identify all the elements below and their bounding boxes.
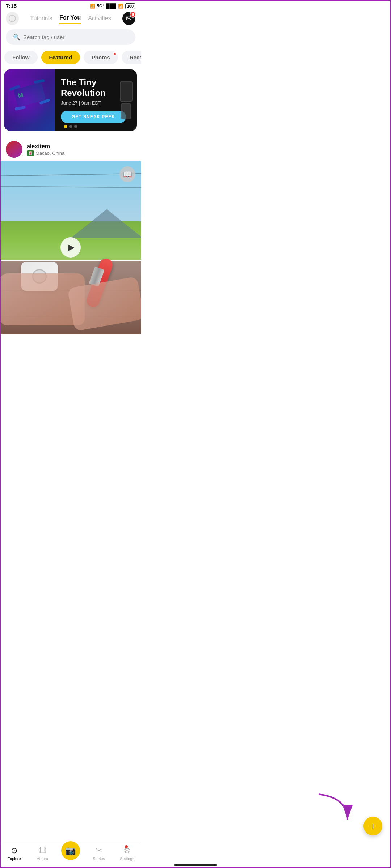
post-location: 🀄 Macao, China: [27, 150, 135, 156]
status-time: 7:15: [6, 3, 17, 9]
post-username[interactable]: alexitem: [27, 143, 135, 150]
tab-for-you[interactable]: For You: [59, 13, 81, 24]
photos-notification-dot: [113, 52, 117, 56]
banner-content: The Tiny Revolution June 27 | 9am EDT GE…: [55, 69, 137, 131]
filter-tab-photos[interactable]: Photos: [84, 51, 118, 64]
filter-tab-featured[interactable]: Featured: [41, 51, 80, 64]
bookmark-button[interactable]: 📖: [119, 166, 135, 182]
search-icon: 🔍: [13, 34, 20, 41]
banner-dot-1: [64, 125, 67, 128]
signal-icon: ▉▉▉: [106, 4, 116, 9]
notification-badge: 8: [130, 11, 136, 18]
banner-image-left: M: [4, 69, 55, 131]
filter-tabs: Follow Featured Photos Recent ≡: [0, 49, 141, 69]
status-bar: 7:15 📶 5G⁺ ▉▉▉ 📶 100: [0, 0, 141, 10]
filter-tab-recent[interactable]: Recent: [122, 51, 141, 64]
post-header: alexitem 🀄 Macao, China: [0, 137, 141, 161]
search-input[interactable]: [23, 34, 128, 40]
banner-dot-3: [74, 125, 77, 128]
search-bar[interactable]: 🔍: [6, 29, 135, 45]
banner-dot-2: [69, 125, 72, 128]
bluetooth-icon: 📶: [90, 4, 95, 9]
bookmark-icon: 📖: [123, 170, 132, 179]
nav-tabs: Tutorials For You Activities: [30, 13, 111, 24]
post-user-info: alexitem 🀄 Macao, China: [27, 143, 135, 156]
play-button[interactable]: ▶: [60, 237, 81, 258]
banner-pagination-dots: [4, 125, 137, 131]
app-logo[interactable]: [6, 12, 19, 25]
search-container: 🔍: [0, 25, 141, 49]
location-flag: 🀄: [27, 150, 34, 156]
logo-circle: [9, 15, 16, 22]
top-nav: Tutorials For You Activities ✉ 8: [0, 10, 141, 25]
notification-bell[interactable]: ✉ 8: [122, 12, 135, 25]
tab-activities[interactable]: Activities: [88, 14, 111, 23]
post-avatar[interactable]: [6, 141, 22, 158]
filter-tab-follow[interactable]: Follow: [4, 51, 38, 64]
tab-tutorials[interactable]: Tutorials: [30, 14, 52, 23]
location-text: Macao, China: [35, 150, 64, 156]
network-icon: 5G⁺: [97, 4, 105, 8]
featured-banner[interactable]: M The Tiny Revolution June 27 | 9am EDT …: [4, 69, 137, 131]
battery-icon: 100: [125, 3, 135, 9]
wifi-icon: 📶: [118, 4, 123, 9]
banner-cta-button[interactable]: GET SNEAK PEEK: [61, 111, 126, 123]
status-icons: 📶 5G⁺ ▉▉▉ 📶 100: [90, 3, 135, 9]
play-icon: ▶: [68, 243, 75, 252]
post-image[interactable]: ▶ 📖: [0, 161, 141, 334]
